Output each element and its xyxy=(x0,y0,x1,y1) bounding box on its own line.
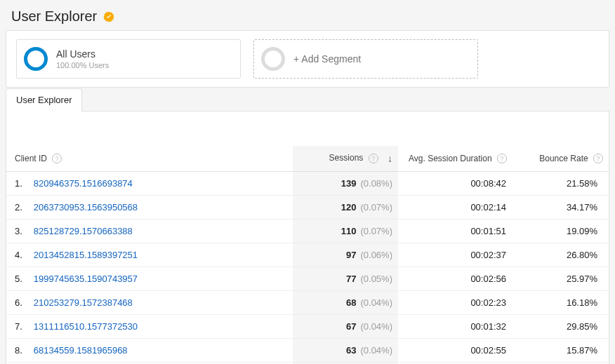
bounce-rate-cell: 19.09% xyxy=(517,220,609,243)
avg-duration-cell: 00:02:14 xyxy=(398,196,517,220)
client-id-link[interactable]: 2063730953.1563950568 xyxy=(34,202,138,213)
client-id-cell: 1999745635.1590743957 xyxy=(28,267,293,291)
sort-desc-icon: ↓ xyxy=(388,153,392,164)
col-bounce-rate[interactable]: Bounce Rate ? xyxy=(517,146,609,172)
col-bounce-rate-label: Bounce Rate xyxy=(539,154,588,163)
client-id-cell: 2013452815.1589397251 xyxy=(28,243,293,267)
client-id-link[interactable]: 820946375.1516693874 xyxy=(34,178,133,189)
table-row: 1.820946375.1516693874139(0.08%)00:08:42… xyxy=(6,172,609,196)
add-segment-button[interactable]: + Add Segment xyxy=(253,39,478,79)
row-index: 3. xyxy=(6,220,28,243)
col-avg-duration-label: Avg. Session Duration xyxy=(409,154,492,163)
client-id-link[interactable]: 68134559.1581965968 xyxy=(34,345,128,356)
verified-badge-icon xyxy=(102,11,115,23)
client-id-cell: 210253279.1572387468 xyxy=(28,291,293,315)
row-index: 4. xyxy=(6,243,28,267)
client-id-link[interactable]: 2013452815.1589397251 xyxy=(34,250,138,260)
avg-duration-cell: 00:01:51 xyxy=(398,220,517,243)
sessions-cell: 68(0.04%) xyxy=(293,291,398,315)
table-row: 3.825128729.1570663388110(0.07%)00:01:51… xyxy=(6,220,609,243)
client-id-link[interactable]: 1999745635.1590743957 xyxy=(34,274,138,284)
bounce-rate-cell: 21.58% xyxy=(517,172,609,196)
sessions-cell: 67(0.04%) xyxy=(293,315,398,339)
row-index: 7. xyxy=(6,315,28,339)
segment-circle-placeholder-icon xyxy=(261,47,285,71)
user-explorer-table-panel: Client ID ? Sessions ? ↓ Avg. Session Du… xyxy=(6,111,609,364)
help-icon[interactable]: ? xyxy=(497,154,507,163)
client-id-cell: 825128729.1570663388 xyxy=(28,220,293,243)
segment-title: All Users xyxy=(56,48,109,60)
bounce-rate-cell: 34.17% xyxy=(517,196,609,220)
client-id-cell: 820946375.1516693874 xyxy=(28,172,293,196)
col-client-id-label: Client ID xyxy=(15,154,47,163)
client-id-cell: 2063730953.1563950568 xyxy=(28,196,293,220)
sessions-cell: 110(0.07%) xyxy=(293,220,398,243)
segments-panel: All Users 100.00% Users + Add Segment xyxy=(6,30,609,88)
sessions-cell: 120(0.07%) xyxy=(293,196,398,220)
sessions-cell: 97(0.06%) xyxy=(293,243,398,267)
row-index: 2. xyxy=(6,196,28,220)
sessions-cell: 63(0.04%) xyxy=(293,339,398,363)
table-row: 7.1311116510.157737253067(0.04%)00:01:32… xyxy=(6,315,609,339)
sessions-cell: 77(0.05%) xyxy=(293,267,398,291)
page-title: User Explorer xyxy=(11,8,97,25)
avg-duration-cell: 00:01:32 xyxy=(398,315,517,339)
segment-subtitle: 100.00% Users xyxy=(56,61,109,69)
col-avg-duration[interactable]: Avg. Session Duration ? xyxy=(398,146,517,172)
col-sessions[interactable]: Sessions ? ↓ xyxy=(293,146,398,172)
tab-user-explorer[interactable]: User Explorer xyxy=(6,88,82,112)
table-row: 5.1999745635.159074395777(0.05%)00:02:56… xyxy=(6,267,609,291)
bounce-rate-cell: 16.18% xyxy=(517,291,609,315)
row-index: 1. xyxy=(6,172,28,196)
user-explorer-table: Client ID ? Sessions ? ↓ Avg. Session Du… xyxy=(6,146,609,364)
row-index: 5. xyxy=(6,267,28,291)
avg-duration-cell: 00:02:55 xyxy=(398,339,517,363)
client-id-cell: 1311116510.1577372530 xyxy=(28,315,293,339)
help-icon[interactable]: ? xyxy=(52,154,62,163)
segment-all-users[interactable]: All Users 100.00% Users xyxy=(16,39,241,79)
avg-duration-cell: 00:02:37 xyxy=(398,243,517,267)
avg-duration-cell: 00:02:56 xyxy=(398,267,517,291)
avg-duration-cell: 00:02:23 xyxy=(398,291,517,315)
table-row: 6.210253279.157238746868(0.04%)00:02:231… xyxy=(6,291,609,315)
help-icon[interactable]: ? xyxy=(369,154,378,163)
help-icon[interactable]: ? xyxy=(593,154,603,163)
bounce-rate-cell: 26.80% xyxy=(517,243,609,267)
client-id-link[interactable]: 1311116510.1577372530 xyxy=(34,321,138,332)
add-segment-label: + Add Segment xyxy=(293,53,361,65)
client-id-cell: 68134559.1581965968 xyxy=(28,339,293,363)
avg-duration-cell: 00:08:42 xyxy=(398,172,517,196)
bounce-rate-cell: 29.85% xyxy=(517,315,609,339)
bounce-rate-cell: 25.97% xyxy=(517,267,609,291)
row-index: 6. xyxy=(6,291,28,315)
bounce-rate-cell: 15.87% xyxy=(517,339,609,363)
col-client-id[interactable]: Client ID ? xyxy=(6,146,293,172)
sessions-cell: 139(0.08%) xyxy=(293,172,398,196)
table-row: 4.2013452815.158939725197(0.06%)00:02:37… xyxy=(6,243,609,267)
table-row: 8.68134559.158196596863(0.04%)00:02:5515… xyxy=(6,339,609,363)
col-sessions-label: Sessions xyxy=(329,153,364,163)
client-id-link[interactable]: 210253279.1572387468 xyxy=(34,297,133,308)
tab-spacer xyxy=(82,111,609,112)
table-row: 2.2063730953.1563950568120(0.07%)00:02:1… xyxy=(6,196,609,220)
segment-circle-icon xyxy=(24,47,48,71)
client-id-link[interactable]: 825128729.1570663388 xyxy=(34,226,133,236)
row-index: 8. xyxy=(6,339,28,363)
